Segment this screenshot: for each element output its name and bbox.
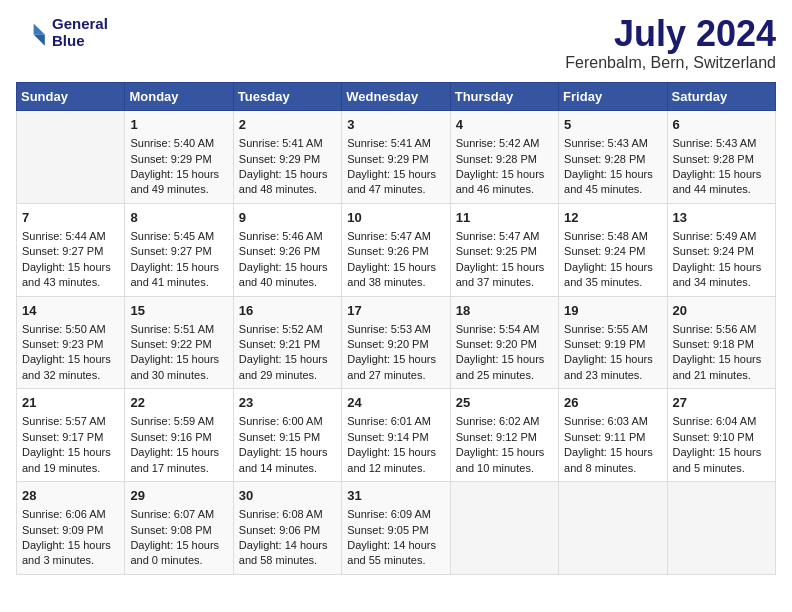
day-number: 3 bbox=[347, 116, 444, 134]
calendar-cell: 26Sunrise: 6:03 AMSunset: 9:11 PMDayligh… bbox=[559, 389, 667, 482]
calendar-cell: 23Sunrise: 6:00 AMSunset: 9:15 PMDayligh… bbox=[233, 389, 341, 482]
day-number: 9 bbox=[239, 209, 336, 227]
day-number: 12 bbox=[564, 209, 661, 227]
daylight: Daylight: 15 hours and 19 minutes. bbox=[22, 445, 119, 476]
calendar-week-4: 21Sunrise: 5:57 AMSunset: 9:17 PMDayligh… bbox=[17, 389, 776, 482]
daylight: Daylight: 15 hours and 17 minutes. bbox=[130, 445, 227, 476]
header-day-sunday: Sunday bbox=[17, 83, 125, 111]
day-number: 23 bbox=[239, 394, 336, 412]
calendar-cell: 30Sunrise: 6:08 AMSunset: 9:06 PMDayligh… bbox=[233, 482, 341, 575]
sunset: Sunset: 9:12 PM bbox=[456, 430, 553, 445]
day-number: 19 bbox=[564, 302, 661, 320]
page-header: General Blue July 2024 Ferenbalm, Bern, … bbox=[16, 16, 776, 72]
day-number: 6 bbox=[673, 116, 770, 134]
sunrise: Sunrise: 5:44 AM bbox=[22, 229, 119, 244]
daylight: Daylight: 15 hours and 0 minutes. bbox=[130, 538, 227, 569]
sunrise: Sunrise: 6:08 AM bbox=[239, 507, 336, 522]
day-number: 30 bbox=[239, 487, 336, 505]
sunset: Sunset: 9:10 PM bbox=[673, 430, 770, 445]
daylight: Daylight: 15 hours and 23 minutes. bbox=[564, 352, 661, 383]
logo: General Blue bbox=[16, 16, 108, 49]
sunset: Sunset: 9:25 PM bbox=[456, 244, 553, 259]
daylight: Daylight: 15 hours and 27 minutes. bbox=[347, 352, 444, 383]
sunset: Sunset: 9:24 PM bbox=[673, 244, 770, 259]
header-day-wednesday: Wednesday bbox=[342, 83, 450, 111]
header-day-thursday: Thursday bbox=[450, 83, 558, 111]
sunrise: Sunrise: 5:56 AM bbox=[673, 322, 770, 337]
daylight: Daylight: 15 hours and 40 minutes. bbox=[239, 260, 336, 291]
sunrise: Sunrise: 5:41 AM bbox=[347, 136, 444, 151]
daylight: Daylight: 15 hours and 38 minutes. bbox=[347, 260, 444, 291]
sunrise: Sunrise: 5:59 AM bbox=[130, 414, 227, 429]
calendar-cell: 28Sunrise: 6:06 AMSunset: 9:09 PMDayligh… bbox=[17, 482, 125, 575]
calendar-cell: 12Sunrise: 5:48 AMSunset: 9:24 PMDayligh… bbox=[559, 203, 667, 296]
calendar-cell: 22Sunrise: 5:59 AMSunset: 9:16 PMDayligh… bbox=[125, 389, 233, 482]
sunrise: Sunrise: 5:47 AM bbox=[347, 229, 444, 244]
daylight: Daylight: 15 hours and 14 minutes. bbox=[239, 445, 336, 476]
header-row: SundayMondayTuesdayWednesdayThursdayFrid… bbox=[17, 83, 776, 111]
calendar-cell: 14Sunrise: 5:50 AMSunset: 9:23 PMDayligh… bbox=[17, 296, 125, 389]
calendar-cell: 21Sunrise: 5:57 AMSunset: 9:17 PMDayligh… bbox=[17, 389, 125, 482]
sunset: Sunset: 9:23 PM bbox=[22, 337, 119, 352]
sunset: Sunset: 9:29 PM bbox=[347, 152, 444, 167]
calendar-cell: 18Sunrise: 5:54 AMSunset: 9:20 PMDayligh… bbox=[450, 296, 558, 389]
daylight: Daylight: 15 hours and 30 minutes. bbox=[130, 352, 227, 383]
day-number: 21 bbox=[22, 394, 119, 412]
sunrise: Sunrise: 5:41 AM bbox=[239, 136, 336, 151]
location: Ferenbalm, Bern, Switzerland bbox=[565, 54, 776, 72]
calendar-cell: 15Sunrise: 5:51 AMSunset: 9:22 PMDayligh… bbox=[125, 296, 233, 389]
daylight: Daylight: 15 hours and 44 minutes. bbox=[673, 167, 770, 198]
sunset: Sunset: 9:19 PM bbox=[564, 337, 661, 352]
sunset: Sunset: 9:14 PM bbox=[347, 430, 444, 445]
daylight: Daylight: 15 hours and 46 minutes. bbox=[456, 167, 553, 198]
calendar-cell: 11Sunrise: 5:47 AMSunset: 9:25 PMDayligh… bbox=[450, 203, 558, 296]
sunrise: Sunrise: 6:02 AM bbox=[456, 414, 553, 429]
day-number: 18 bbox=[456, 302, 553, 320]
daylight: Daylight: 15 hours and 29 minutes. bbox=[239, 352, 336, 383]
sunrise: Sunrise: 6:07 AM bbox=[130, 507, 227, 522]
calendar-cell: 8Sunrise: 5:45 AMSunset: 9:27 PMDaylight… bbox=[125, 203, 233, 296]
day-number: 25 bbox=[456, 394, 553, 412]
calendar-cell bbox=[17, 111, 125, 204]
daylight: Daylight: 15 hours and 37 minutes. bbox=[456, 260, 553, 291]
sunset: Sunset: 9:28 PM bbox=[564, 152, 661, 167]
logo-line2: Blue bbox=[52, 33, 108, 50]
day-number: 26 bbox=[564, 394, 661, 412]
header-day-saturday: Saturday bbox=[667, 83, 775, 111]
sunrise: Sunrise: 5:51 AM bbox=[130, 322, 227, 337]
sunrise: Sunrise: 6:04 AM bbox=[673, 414, 770, 429]
daylight: Daylight: 15 hours and 41 minutes. bbox=[130, 260, 227, 291]
day-number: 14 bbox=[22, 302, 119, 320]
daylight: Daylight: 15 hours and 35 minutes. bbox=[564, 260, 661, 291]
sunrise: Sunrise: 6:06 AM bbox=[22, 507, 119, 522]
calendar-cell: 19Sunrise: 5:55 AMSunset: 9:19 PMDayligh… bbox=[559, 296, 667, 389]
day-number: 20 bbox=[673, 302, 770, 320]
calendar-cell: 4Sunrise: 5:42 AMSunset: 9:28 PMDaylight… bbox=[450, 111, 558, 204]
sunset: Sunset: 9:15 PM bbox=[239, 430, 336, 445]
calendar-cell: 24Sunrise: 6:01 AMSunset: 9:14 PMDayligh… bbox=[342, 389, 450, 482]
daylight: Daylight: 15 hours and 21 minutes. bbox=[673, 352, 770, 383]
calendar-cell: 31Sunrise: 6:09 AMSunset: 9:05 PMDayligh… bbox=[342, 482, 450, 575]
sunset: Sunset: 9:17 PM bbox=[22, 430, 119, 445]
sunrise: Sunrise: 5:53 AM bbox=[347, 322, 444, 337]
calendar-cell: 2Sunrise: 5:41 AMSunset: 9:29 PMDaylight… bbox=[233, 111, 341, 204]
calendar-cell bbox=[450, 482, 558, 575]
sunrise: Sunrise: 5:49 AM bbox=[673, 229, 770, 244]
calendar-week-3: 14Sunrise: 5:50 AMSunset: 9:23 PMDayligh… bbox=[17, 296, 776, 389]
calendar-cell: 17Sunrise: 5:53 AMSunset: 9:20 PMDayligh… bbox=[342, 296, 450, 389]
day-number: 31 bbox=[347, 487, 444, 505]
sunset: Sunset: 9:26 PM bbox=[347, 244, 444, 259]
day-number: 29 bbox=[130, 487, 227, 505]
title-section: July 2024 Ferenbalm, Bern, Switzerland bbox=[565, 16, 776, 72]
sunrise: Sunrise: 5:52 AM bbox=[239, 322, 336, 337]
calendar-cell: 10Sunrise: 5:47 AMSunset: 9:26 PMDayligh… bbox=[342, 203, 450, 296]
header-day-monday: Monday bbox=[125, 83, 233, 111]
day-number: 16 bbox=[239, 302, 336, 320]
sunset: Sunset: 9:22 PM bbox=[130, 337, 227, 352]
calendar-cell: 5Sunrise: 5:43 AMSunset: 9:28 PMDaylight… bbox=[559, 111, 667, 204]
daylight: Daylight: 15 hours and 34 minutes. bbox=[673, 260, 770, 291]
sunset: Sunset: 9:21 PM bbox=[239, 337, 336, 352]
sunrise: Sunrise: 5:54 AM bbox=[456, 322, 553, 337]
month-year: July 2024 bbox=[565, 16, 776, 52]
sunrise: Sunrise: 6:03 AM bbox=[564, 414, 661, 429]
